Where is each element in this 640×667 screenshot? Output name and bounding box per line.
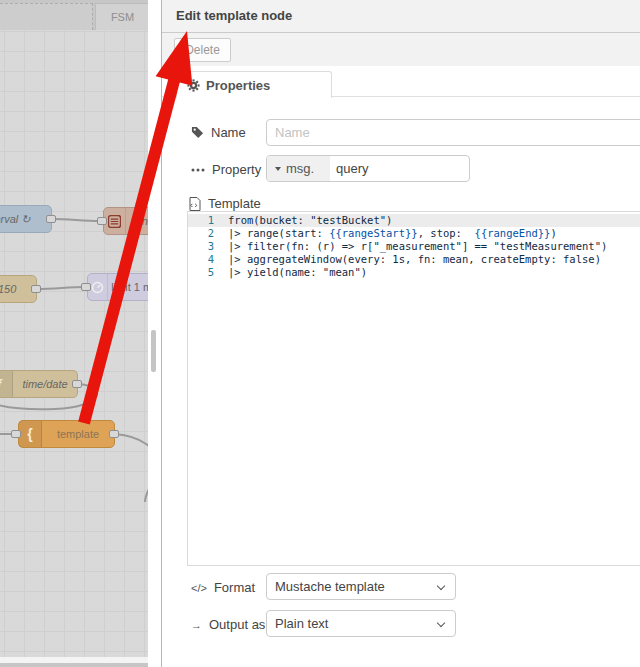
ellipsis-icon bbox=[191, 168, 205, 172]
tray-tab-row: Properties bbox=[162, 66, 640, 97]
node-label: time/date bbox=[13, 378, 77, 390]
node-interval[interactable]: terval ↻ bbox=[0, 205, 52, 233]
canvas-scrollbar-track bbox=[148, 0, 161, 667]
port-in-template[interactable] bbox=[11, 430, 21, 438]
node-delay-limit[interactable]: limit 1 ms bbox=[87, 273, 148, 301]
node-label: limit 1 ms bbox=[108, 281, 148, 293]
name-input[interactable] bbox=[266, 119, 640, 146]
workspace-tabbar: FSM bbox=[0, 0, 148, 30]
delete-button[interactable]: Delete bbox=[174, 38, 231, 62]
tray-toolbar: Delete bbox=[162, 33, 640, 66]
property-type-button[interactable]: msg. bbox=[267, 156, 330, 181]
workspace-tab-fsm[interactable]: FSM bbox=[95, 3, 148, 30]
edit-template-tray: Edit template node Delete Properties bbox=[161, 0, 640, 667]
node-timedate[interactable]: f time/date bbox=[0, 370, 78, 398]
template-code-lines: 1from(bucket: "testBucket")2|> range(sta… bbox=[188, 214, 640, 279]
wires-layer bbox=[0, 0, 148, 667]
property-typed-input[interactable]: msg. query bbox=[266, 155, 470, 182]
code-line[interactable]: 1from(bucket: "testBucket") bbox=[188, 214, 640, 227]
port-in-delay[interactable] bbox=[81, 283, 91, 291]
workspace-tab-partial[interactable] bbox=[0, 3, 93, 30]
code-text: |> aggregateWindow(every: 1s, fn: mean, … bbox=[228, 253, 601, 266]
tag-icon bbox=[191, 126, 204, 139]
port-out-timedate[interactable] bbox=[72, 380, 82, 388]
chevron-down-icon bbox=[437, 619, 445, 627]
function-icon: f bbox=[0, 371, 13, 397]
flow-canvas[interactable]: FSM terval ↻ sineW s-150 limit 1 ms f ti… bbox=[0, 0, 148, 667]
line-number: 2 bbox=[188, 227, 214, 240]
line-number: 4 bbox=[188, 253, 214, 266]
tray-title: Edit template node bbox=[162, 0, 640, 33]
tab-properties-label: Properties bbox=[206, 78, 270, 93]
caret-down-icon bbox=[275, 167, 281, 171]
code-text: |> yield(name: "mean") bbox=[228, 266, 367, 279]
template-code-editor[interactable]: 1from(bucket: "testBucket")2|> range(sta… bbox=[187, 211, 640, 566]
wire[interactable] bbox=[52, 219, 100, 221]
code-text: from(bucket: "testBucket") bbox=[228, 214, 392, 227]
template-label: Template bbox=[189, 196, 261, 211]
sinewave-icon bbox=[104, 208, 126, 234]
code-brackets-icon: </> bbox=[191, 582, 207, 594]
node-template[interactable]: { template bbox=[18, 420, 115, 448]
line-number: 1 bbox=[188, 214, 214, 227]
port-out-inject[interactable] bbox=[31, 285, 41, 293]
line-number: 5 bbox=[188, 266, 214, 279]
timer-icon bbox=[88, 274, 108, 300]
curly-brace-icon: { bbox=[19, 421, 42, 447]
port-out-template[interactable] bbox=[109, 430, 119, 438]
node-sinewave[interactable]: sineW bbox=[103, 207, 148, 235]
tab-properties[interactable]: Properties bbox=[176, 71, 332, 98]
name-label: Name bbox=[191, 125, 246, 140]
code-text: |> filter(fn: (r) => r["_measurement"] =… bbox=[228, 240, 607, 253]
chevron-down-icon bbox=[437, 582, 445, 590]
code-line[interactable]: 2|> range(start: {{rangeStart}}, stop: {… bbox=[188, 227, 640, 240]
port-out-interval[interactable] bbox=[46, 215, 56, 223]
code-line[interactable]: 3|> filter(fn: (r) => r["_measurement"] … bbox=[188, 240, 640, 253]
node-label: terval ↻ bbox=[0, 213, 51, 226]
arrow-right-icon: → bbox=[191, 619, 202, 631]
code-line[interactable]: 4|> aggregateWindow(every: 1s, fn: mean,… bbox=[188, 253, 640, 266]
vertical-scrollbar-thumb[interactable] bbox=[151, 330, 156, 372]
code-text: |> range(start: {{rangeStart}}, stop: {{… bbox=[228, 227, 557, 240]
line-number: 3 bbox=[188, 240, 214, 253]
port-in-sinewave[interactable] bbox=[97, 217, 107, 225]
file-code-icon bbox=[189, 197, 201, 211]
code-line[interactable]: 5|> yield(name: "mean") bbox=[188, 266, 640, 279]
property-label: Property bbox=[191, 162, 261, 177]
node-label: sineW bbox=[126, 215, 148, 227]
horizontal-scrollbar[interactable] bbox=[0, 663, 148, 667]
gear-icon bbox=[187, 79, 200, 92]
output-as-label: → Output as bbox=[191, 617, 265, 632]
node-label: template bbox=[42, 428, 114, 440]
wire[interactable] bbox=[115, 434, 148, 502]
output-as-select[interactable]: Plain text bbox=[266, 610, 456, 637]
format-select[interactable]: Mustache template bbox=[266, 573, 456, 600]
format-label: </> Format bbox=[191, 580, 255, 595]
property-value[interactable]: query bbox=[330, 156, 469, 181]
wire[interactable] bbox=[37, 287, 84, 289]
